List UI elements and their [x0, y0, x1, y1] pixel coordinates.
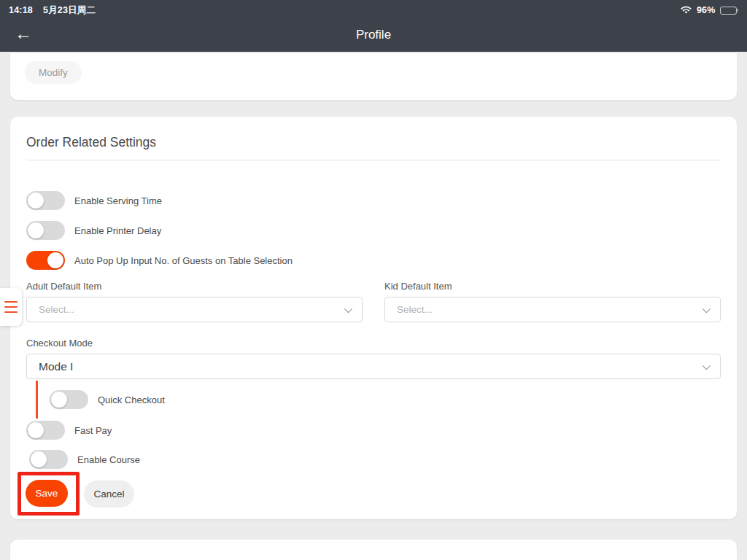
back-button[interactable]: ←: [10, 20, 36, 47]
quick-checkout-toggle[interactable]: [50, 390, 88, 409]
toggle-knob: [28, 222, 44, 238]
hamburger-menu-icon: [4, 301, 18, 314]
drawer-handle[interactable]: [0, 288, 22, 326]
battery-icon: [720, 7, 739, 15]
adult-default-item-label: Adult Default Item: [26, 281, 363, 292]
toggle-row-printer-delay: Enable Printer Delay: [26, 221, 721, 240]
toggle-knob: [28, 192, 44, 209]
next-settings-card: [10, 540, 737, 560]
kid-default-item-label: Kid Default Item: [384, 281, 721, 292]
battery-percent: 96%: [697, 5, 716, 15]
modify-card: Modify: [10, 53, 737, 100]
toggle-row-fast-pay: Fast Pay: [26, 421, 721, 440]
content-area: Modify Order Related Settings Enable Ser…: [0, 52, 747, 560]
toggle-knob: [31, 451, 47, 467]
toggle-knob: [51, 392, 67, 408]
order-settings-card: Order Related Settings Enable Serving Ti…: [10, 117, 737, 519]
modify-button[interactable]: Modify: [25, 61, 82, 84]
save-button[interactable]: Save: [26, 480, 68, 507]
toggle-row-serving-time: Enable Serving Time: [26, 191, 721, 210]
app-header: 14:18 5月23日周二 96% ← Profile: [0, 0, 747, 52]
nav-bar: ← Profile: [0, 18, 747, 52]
enable-course-toggle[interactable]: [29, 450, 68, 469]
kid-default-item-select[interactable]: Select...: [384, 297, 721, 322]
divider: [26, 160, 721, 160]
quick-checkout-subrow: Quick Checkout: [26, 379, 721, 419]
adult-default-item-select[interactable]: Select...: [26, 297, 363, 322]
toggle-row-auto-popup-guests: Auto Pop Up Input No. of Guests on Table…: [26, 251, 721, 270]
adult-default-item-value: Select...: [39, 304, 344, 315]
auto-popup-guests-toggle[interactable]: [26, 251, 65, 270]
wifi-icon: [680, 6, 692, 15]
quick-checkout-label: Quick Checkout: [98, 394, 165, 405]
chevron-down-icon: [344, 304, 352, 312]
checkout-mode-label: Checkout Mode: [26, 338, 721, 349]
checkout-mode-select[interactable]: Mode I: [26, 354, 721, 379]
toggle-knob: [47, 252, 63, 268]
cancel-button[interactable]: Cancel: [84, 481, 134, 508]
fast-pay-toggle[interactable]: [26, 421, 65, 440]
auto-popup-guests-label: Auto Pop Up Input No. of Guests on Table…: [74, 255, 293, 266]
chevron-down-icon: [703, 361, 711, 369]
section-title: Order Related Settings: [26, 117, 721, 150]
indent-line: [36, 381, 38, 419]
back-arrow-icon: ←: [15, 23, 32, 44]
chevron-down-icon: [703, 304, 711, 312]
checkout-mode-value: Mode I: [39, 360, 703, 373]
status-date: 5月23日周二: [43, 4, 96, 17]
fast-pay-label: Fast Pay: [74, 425, 112, 436]
kid-default-item-value: Select...: [397, 304, 703, 315]
status-time: 14:18: [9, 5, 33, 15]
page-title: Profile: [0, 28, 747, 42]
toggle-row-quick-checkout: Quick Checkout: [50, 390, 721, 409]
printer-delay-label: Enable Printer Delay: [74, 225, 161, 236]
annotation-highlight-box: Save: [18, 472, 80, 516]
serving-time-toggle[interactable]: [26, 191, 65, 210]
toggle-row-enable-course: Enable Course: [26, 450, 721, 469]
serving-time-label: Enable Serving Time: [74, 195, 162, 206]
enable-course-label: Enable Course: [77, 454, 140, 465]
toggle-knob: [28, 422, 44, 438]
status-bar: 14:18 5月23日周二 96%: [0, 0, 747, 18]
printer-delay-toggle[interactable]: [26, 221, 65, 240]
